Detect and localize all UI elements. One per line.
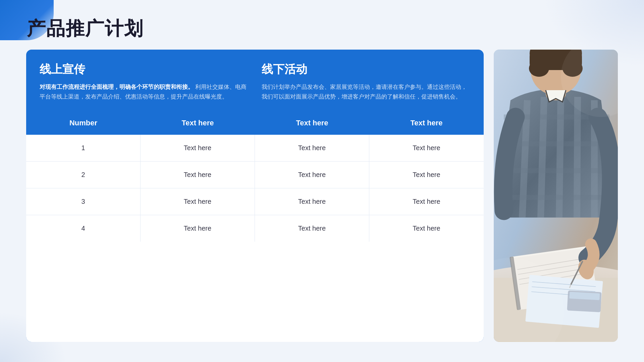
- photo-background: [494, 50, 618, 342]
- table-row: 4 Text here Text here Text here: [26, 215, 484, 242]
- online-description: 对现有工作流程进行全面梳理，明确各个环节的职责和衔接。 利用社交媒体、电商平台等…: [40, 82, 248, 102]
- table-header: Number Text here Text here Text here: [26, 111, 484, 135]
- cell-row4-col2: Text here: [255, 215, 369, 242]
- online-section: 线上宣传 对现有工作流程进行全面梳理，明确各个环节的职责和衔接。 利用社交媒体、…: [40, 62, 248, 102]
- cell-row2-col3: Text here: [369, 162, 484, 188]
- table-row: 3 Text here Text here Text here: [26, 188, 484, 215]
- photo-svg: [494, 50, 618, 342]
- cell-row1-col2: Text here: [255, 135, 369, 161]
- cell-row2-col2: Text here: [255, 162, 369, 188]
- cell-row1-col3: Text here: [369, 135, 484, 161]
- right-panel-photo: [494, 50, 618, 342]
- cell-row4-num: 4: [26, 215, 141, 242]
- offline-section: 线下活动 我们计划举办产品发布会、家居展览等活动，邀请潜在客户参与。通过这些活动…: [262, 62, 470, 102]
- col-header-2: Text here: [255, 111, 369, 135]
- main-content: 线上宣传 对现有工作流程进行全面梳理，明确各个环节的职责和衔接。 利用社交媒体、…: [26, 50, 618, 342]
- online-desc-highlight: 对现有工作流程进行全面梳理，明确各个环节的职责和衔接。: [40, 84, 194, 90]
- col-header-3: Text here: [369, 111, 484, 135]
- cell-row2-num: 2: [26, 162, 141, 188]
- cell-row4-col3: Text here: [369, 215, 484, 242]
- table-row: 2 Text here Text here Text here: [26, 162, 484, 188]
- svg-point-29: [529, 60, 549, 77]
- cell-row4-col1: Text here: [141, 215, 255, 242]
- page-title: 产品推广计划: [27, 16, 144, 42]
- left-panel: 线上宣传 对现有工作流程进行全面梳理，明确各个环节的职责和衔接。 利用社交媒体、…: [26, 50, 484, 342]
- cell-row3-col1: Text here: [141, 188, 255, 215]
- cell-row1-col1: Text here: [141, 135, 255, 161]
- online-title: 线上宣传: [40, 62, 248, 77]
- col-header-1: Text here: [141, 111, 255, 135]
- offline-description: 我们计划举办产品发布会、家居展览等活动，邀请潜在客户参与。通过这些活动，我们可以…: [262, 82, 470, 102]
- cell-row1-num: 1: [26, 135, 141, 161]
- table-row: 1 Text here Text here Text here: [26, 135, 484, 162]
- cell-row3-col3: Text here: [369, 188, 484, 215]
- data-table: Number Text here Text here Text here 1 T…: [26, 111, 484, 342]
- card-header: 线上宣传 对现有工作流程进行全面梳理，明确各个环节的职责和衔接。 利用社交媒体、…: [26, 50, 484, 111]
- offline-title: 线下活动: [262, 62, 470, 77]
- table-body: 1 Text here Text here Text here 2 Text h…: [26, 135, 484, 242]
- cell-row3-col2: Text here: [255, 188, 369, 215]
- col-header-number: Number: [26, 111, 141, 135]
- cell-row3-num: 3: [26, 188, 141, 215]
- cell-row2-col1: Text here: [141, 162, 255, 188]
